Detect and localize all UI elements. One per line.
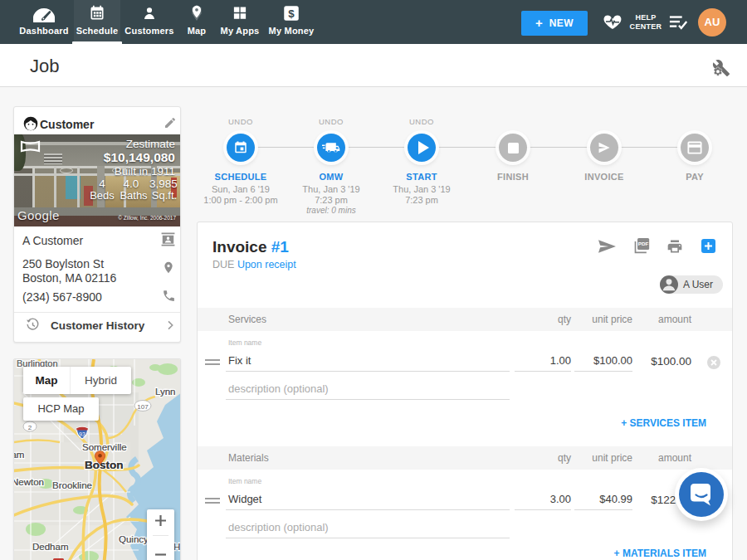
svg-text:Lynn: Lynn	[155, 387, 176, 397]
svg-text:107: 107	[137, 403, 149, 411]
svg-text:2: 2	[28, 424, 32, 431]
svg-text:Boston: Boston	[85, 459, 124, 471]
svg-text:Somerville: Somerville	[82, 442, 127, 452]
svg-text:Dedham: Dedham	[32, 542, 68, 552]
svg-text:Quincy: Quincy	[119, 534, 149, 544]
svg-text:$: $	[288, 7, 295, 20]
svg-text:Newton: Newton	[14, 477, 44, 487]
svg-text:Hi: Hi	[173, 542, 181, 552]
svg-text:PDF: PDF	[638, 241, 649, 247]
svg-text:ham: ham	[14, 450, 24, 460]
svg-text:Brookline: Brookline	[52, 480, 92, 490]
svg-text:93: 93	[79, 431, 85, 437]
